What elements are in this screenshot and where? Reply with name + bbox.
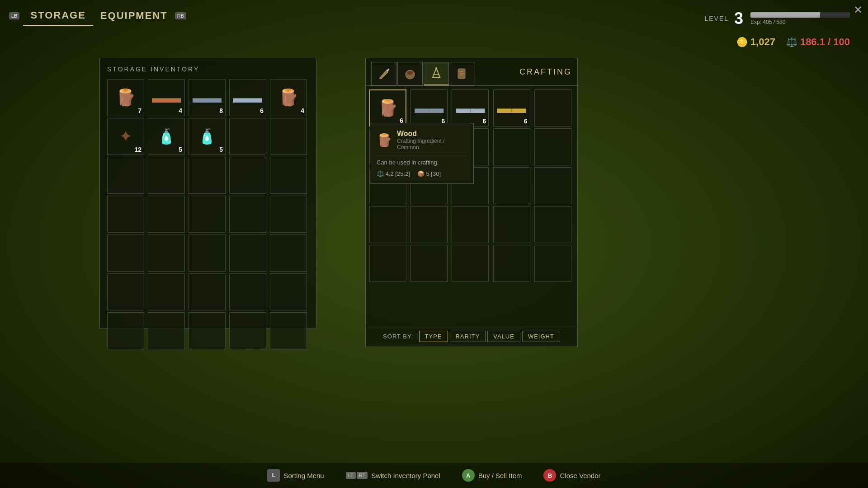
storage-slot-5[interactable]: ✦ 12 <box>107 118 144 155</box>
storage-slot-21[interactable] <box>148 235 185 272</box>
sort-value-button[interactable]: VALUE <box>487 331 520 342</box>
xp-text: Exp: 405 / 580 <box>750 19 850 25</box>
level-area: LEVEL 3 Exp: 405 / 580 <box>704 9 850 28</box>
crafting-tabs: CRAFTING <box>366 58 577 86</box>
tab-equipment[interactable]: EQUIPMENT <box>93 6 175 25</box>
action-buy-sell: A Buy / Sell Item <box>462 469 522 482</box>
craft-slot-13[interactable] <box>493 167 530 204</box>
craft-slot-18[interactable] <box>493 206 530 243</box>
level-value: 3 <box>734 9 743 28</box>
weight-icon: ⚖️ <box>786 37 797 47</box>
lb-badge: LB <box>9 12 19 19</box>
craft-slot-4[interactable] <box>534 89 571 127</box>
action-switch-panel: LT RT Switch Inventory Panel <box>346 472 440 479</box>
craft-iron-icon: ▬▬ <box>415 101 443 115</box>
storage-slot-0[interactable]: 🪵 7 <box>107 79 144 116</box>
craft-wood-icon: 🪵 <box>378 100 398 116</box>
craft-slot-1[interactable]: ▬▬ 6 <box>410 89 448 127</box>
storage-slot-27[interactable] <box>189 273 226 310</box>
craft-tab-book[interactable] <box>450 62 475 85</box>
storage-slot-18[interactable] <box>229 196 266 233</box>
storage-slot-11[interactable] <box>148 157 185 194</box>
storage-slot-10[interactable] <box>107 157 144 194</box>
craft-slot-15[interactable] <box>369 206 406 243</box>
storage-slot-16[interactable] <box>148 196 185 233</box>
craft-slot-20[interactable] <box>369 245 406 282</box>
storage-slot-7[interactable]: 🧴 5 <box>189 118 226 155</box>
tooltip-header: 🪵 Wood Crafting Ingredient / Common <box>377 130 467 150</box>
craft-slot-17[interactable] <box>452 206 489 243</box>
craft-slot-14[interactable] <box>534 167 571 204</box>
tooltip-weight: ⚖️ 4.2 [25.2] <box>377 170 410 177</box>
storage-slot-9[interactable] <box>270 118 307 155</box>
craft-tab-crafting[interactable] <box>424 62 449 85</box>
xp-bar-container: Exp: 405 / 580 <box>750 12 850 25</box>
tooltip-separator: / <box>443 138 444 144</box>
craft-slot-3[interactable]: ▬▬ 6 <box>493 89 530 127</box>
storage-slot-8[interactable] <box>229 118 266 155</box>
craft-tab-armor[interactable] <box>397 62 423 85</box>
xp-bar-bg <box>750 12 850 18</box>
craft-slot-24[interactable] <box>534 245 571 282</box>
item-tooltip: 🪵 Wood Crafting Ingredient / Common Can … <box>370 123 474 184</box>
storage-slot-33[interactable] <box>229 312 266 349</box>
weight-value: 186.1 / 100 <box>800 36 850 48</box>
storage-slot-30[interactable] <box>107 312 144 349</box>
storage-slot-19[interactable] <box>270 196 307 233</box>
storage-slot-17[interactable] <box>189 196 226 233</box>
sort-weight-button[interactable]: WEIGHT <box>522 331 560 342</box>
craft-tab-weapon[interactable] <box>371 62 396 85</box>
tooltip-description: Can be used in crafting. <box>377 155 467 166</box>
sorting-label: Sorting Menu <box>283 472 324 479</box>
coin-value: 1,027 <box>750 36 775 48</box>
storage-slot-1[interactable]: ▬▬ 4 <box>148 79 185 116</box>
craft-slot-9[interactable] <box>534 128 571 165</box>
craft-slot-2[interactable]: ▬▬ 6 <box>452 89 489 127</box>
item-count-5: 12 <box>134 146 142 153</box>
storage-slot-29[interactable] <box>270 273 307 310</box>
storage-slot-20[interactable] <box>107 235 144 272</box>
storage-slot-14[interactable] <box>270 157 307 194</box>
craft-slot-16[interactable] <box>410 206 448 243</box>
level-label: LEVEL <box>704 15 729 22</box>
craft-slot-19[interactable] <box>534 206 571 243</box>
storage-slot-22[interactable] <box>189 235 226 272</box>
craft-slot-22[interactable] <box>452 245 489 282</box>
logs-icon: 🪵 <box>278 89 299 106</box>
storage-slot-6[interactable]: 🧴 5 <box>148 118 185 155</box>
storage-slot-34[interactable] <box>270 312 307 349</box>
tab-storage[interactable]: STORAGE <box>23 6 93 26</box>
tooltip-name: Wood <box>397 130 467 138</box>
lt-rt-buttons: LT RT <box>346 472 368 479</box>
storage-slot-13[interactable] <box>229 157 266 194</box>
xp-bar-fill <box>750 12 820 18</box>
svg-point-2 <box>435 67 437 69</box>
item-count-6: 5 <box>179 146 182 153</box>
craft-slot-8[interactable] <box>493 128 530 165</box>
craft-slot-23[interactable] <box>493 245 530 282</box>
sort-label: SORT BY: <box>383 333 414 340</box>
storage-slot-15[interactable] <box>107 196 144 233</box>
item-count-0: 7 <box>138 107 142 114</box>
storage-slot-23[interactable] <box>229 235 266 272</box>
svg-rect-3 <box>458 69 465 79</box>
storage-slot-24[interactable] <box>270 235 307 272</box>
storage-slot-31[interactable] <box>148 312 185 349</box>
sort-type-button[interactable]: TYPE <box>419 331 448 342</box>
storage-slot-25[interactable] <box>107 273 144 310</box>
sort-rarity-button[interactable]: RARITY <box>450 331 486 342</box>
craft-slot-0[interactable]: 🪵 6 <box>369 89 406 127</box>
storage-title: STORAGE INVENTORY <box>107 66 309 73</box>
crafting-title: CRAFTING <box>519 67 572 80</box>
l-button: L <box>267 469 280 482</box>
storage-slot-3[interactable]: ▬▬ 6 <box>229 79 266 116</box>
storage-slot-32[interactable] <box>189 312 226 349</box>
craft-slot-21[interactable] <box>410 245 448 282</box>
storage-slot-2[interactable]: ▬▬ 8 <box>189 79 226 116</box>
storage-slot-26[interactable] <box>148 273 185 310</box>
storage-slot-12[interactable] <box>189 157 226 194</box>
storage-slot-4[interactable]: 🪵 4 <box>270 79 307 116</box>
weight-stat: ⚖️ 186.1 / 100 <box>786 36 850 48</box>
leather-icon: ✦ <box>119 128 132 145</box>
storage-slot-28[interactable] <box>229 273 266 310</box>
